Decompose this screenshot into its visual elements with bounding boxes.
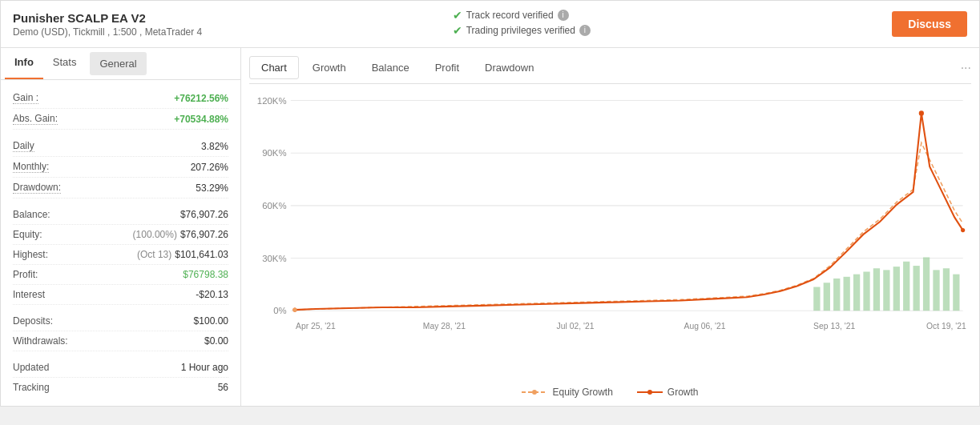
trading-privileges-info-icon[interactable]: i <box>579 25 591 36</box>
svg-text:May 28, '21: May 28, '21 <box>423 322 466 331</box>
spacer-2 <box>13 198 228 205</box>
svg-rect-21 <box>863 271 869 311</box>
equity-growth-line <box>295 143 963 311</box>
discuss-button[interactable]: Discuss <box>892 11 967 37</box>
equity-pct: (100.00%) <box>133 229 177 240</box>
svg-point-34 <box>647 390 652 395</box>
withdrawals-value: $0.00 <box>204 335 228 347</box>
header: Punisher SCALP EA V2 Demo (USD), Tickmil… <box>1 1 979 48</box>
tab-stats[interactable]: Stats <box>43 48 87 79</box>
equity-value: (100.00%)$76,907.26 <box>133 229 228 240</box>
chart-tab-profit[interactable]: Profit <box>423 56 471 79</box>
profit-row: Profit: $76798.38 <box>13 265 228 285</box>
legend-equity-growth: Equity Growth <box>522 387 612 398</box>
drawdown-row: Drawdown: 53.29% <box>13 178 228 198</box>
equity-growth-legend-label: Equity Growth <box>552 387 612 398</box>
svg-text:30K%: 30K% <box>262 254 286 263</box>
svg-rect-19 <box>844 277 850 311</box>
tab-general[interactable]: General <box>90 52 146 75</box>
check-icon-1: ✔ <box>453 9 462 22</box>
daily-value: 3.82% <box>201 141 228 152</box>
svg-text:60K%: 60K% <box>262 201 286 210</box>
header-right: Discuss <box>892 11 967 37</box>
trading-privileges-text: Trading privileges verified <box>466 25 575 36</box>
chart-tab-drawdown[interactable]: Drawdown <box>473 56 546 79</box>
chart-tab-balance[interactable]: Balance <box>360 56 421 79</box>
monthly-label: Monthly: <box>13 161 49 173</box>
chart-tabs-row: Chart Growth Balance Profit Drawdown ··· <box>249 56 971 84</box>
svg-rect-20 <box>853 275 860 311</box>
equity-label: Equity: <box>13 229 42 240</box>
tracking-label: Tracking <box>13 382 50 393</box>
header-left: Punisher SCALP EA V2 Demo (USD), Tickmil… <box>13 11 453 38</box>
left-tabs-row: Info Stats General <box>1 48 240 80</box>
check-icon-2: ✔ <box>453 24 462 37</box>
monthly-value: 207.26% <box>191 162 228 173</box>
tab-info[interactable]: Info <box>5 48 43 79</box>
account-title: Punisher SCALP EA V2 <box>13 11 453 25</box>
interest-row: Interest -$20.13 <box>13 285 228 305</box>
gain-value: +76212.56% <box>174 93 228 104</box>
spacer-3 <box>13 305 228 311</box>
svg-rect-27 <box>923 257 930 311</box>
svg-rect-18 <box>833 279 840 311</box>
track-record-info-icon[interactable]: i <box>558 10 569 21</box>
daily-label: Daily <box>13 140 34 152</box>
svg-rect-22 <box>873 268 880 311</box>
highest-date: (Oct 13) <box>137 249 171 260</box>
account-subtitle: Demo (USD), Tickmill , 1:500 , MetaTrade… <box>13 26 453 38</box>
left-panel: Info Stats General Gain : +76212.56% Abs… <box>1 48 241 406</box>
svg-text:Apr 25, '21: Apr 25, '21 <box>296 322 336 331</box>
svg-point-32 <box>532 390 537 395</box>
growth-line <box>295 113 963 310</box>
chart-more-icon[interactable]: ··· <box>961 61 971 75</box>
balance-value: $76,907.26 <box>180 209 228 220</box>
svg-text:Oct 19, '21: Oct 19, '21 <box>926 322 966 331</box>
chart-legend: Equity Growth Growth <box>249 387 971 398</box>
tracking-row: Tracking 56 <box>13 378 228 397</box>
highest-label: Highest: <box>13 249 48 260</box>
info-section: Gain : +76212.56% Abs. Gain: +70534.88% … <box>1 80 240 405</box>
header-center: ✔ Track record verified i ✔ Trading priv… <box>453 9 893 39</box>
deposits-label: Deposits: <box>13 315 53 327</box>
svg-text:0%: 0% <box>273 306 286 315</box>
svg-rect-23 <box>883 270 889 311</box>
svg-rect-17 <box>824 283 830 311</box>
svg-rect-28 <box>933 270 939 311</box>
withdrawals-label: Withdrawals: <box>13 335 68 347</box>
gain-row: Gain : +76212.56% <box>13 88 228 109</box>
drawdown-value: 53.29% <box>196 182 228 194</box>
tracking-value: 56 <box>218 382 228 393</box>
updated-value: 1 Hour ago <box>181 362 228 373</box>
abs-gain-label: Abs. Gain: <box>13 113 58 125</box>
daily-row: Daily 3.82% <box>13 136 228 157</box>
growth-end-dot <box>961 228 965 232</box>
profit-value: $76798.38 <box>183 269 228 280</box>
updated-row: Updated 1 Hour ago <box>13 358 228 378</box>
main-container: Punisher SCALP EA V2 Demo (USD), Tickmil… <box>0 0 980 407</box>
legend-growth: Growth <box>637 387 699 398</box>
profit-label: Profit: <box>13 269 38 280</box>
svg-rect-26 <box>913 266 920 311</box>
deposits-row: Deposits: $100.00 <box>13 311 228 331</box>
drawdown-label: Drawdown: <box>13 182 61 194</box>
chart-tab-chart[interactable]: Chart <box>249 56 299 79</box>
interest-label: Interest <box>13 289 45 300</box>
right-panel: Chart Growth Balance Profit Drawdown ··· <box>241 48 979 406</box>
equity-dot <box>292 307 296 311</box>
withdrawals-row: Withdrawals: $0.00 <box>13 331 228 351</box>
trading-privileges-verify: ✔ Trading privileges verified i <box>453 24 893 37</box>
abs-gain-row: Abs. Gain: +70534.88% <box>13 109 228 130</box>
gain-label: Gain : <box>13 92 38 104</box>
spacer-1 <box>13 130 228 136</box>
svg-text:Sep 13, '21: Sep 13, '21 <box>813 322 855 331</box>
chart-svg: 120K% 90K% 60K% 30K% 0% Apr 25, '21 May … <box>249 92 971 380</box>
track-record-text: Track record verified <box>466 10 554 21</box>
chart-area: 120K% 90K% 60K% 30K% 0% Apr 25, '21 May … <box>249 92 971 380</box>
balance-label: Balance: <box>13 209 50 220</box>
equity-growth-legend-icon <box>522 388 547 396</box>
svg-text:90K%: 90K% <box>262 148 286 158</box>
highest-value: (Oct 13)$101,641.03 <box>137 249 228 260</box>
body: Info Stats General Gain : +76212.56% Abs… <box>1 48 979 406</box>
chart-tab-growth[interactable]: Growth <box>300 56 358 79</box>
